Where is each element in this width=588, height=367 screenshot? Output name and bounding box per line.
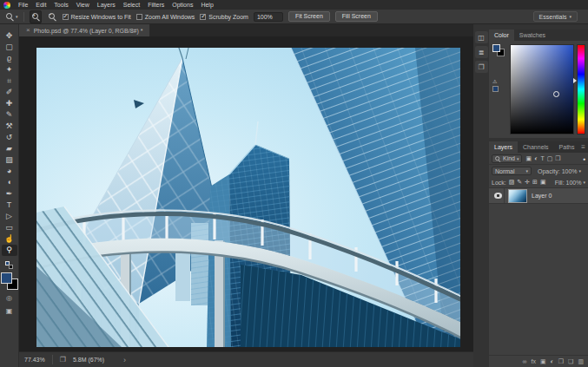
- lock-position-icon[interactable]: ✛: [525, 179, 530, 186]
- fill-control[interactable]: Fill: 100% ▾: [555, 180, 585, 186]
- filter-pin-icon[interactable]: ●: [583, 156, 585, 161]
- layer-thumbnail[interactable]: [508, 189, 527, 203]
- gamut-color-chip[interactable]: [492, 86, 499, 92]
- document-tab[interactable]: × Photo.psd @ 77.4% (Layer 0, RGB/8#) *: [19, 24, 150, 36]
- status-options-chevron[interactable]: ›: [123, 356, 126, 364]
- clone-stamp-tool[interactable]: ⚒: [2, 121, 17, 132]
- filter-shape-layers-icon[interactable]: ▢: [547, 155, 553, 162]
- filter-adjustment-layers-icon[interactable]: ◐: [534, 155, 538, 162]
- saturation-brightness-field[interactable]: [510, 44, 574, 134]
- gradient-tool[interactable]: ▨: [2, 154, 17, 166]
- blur-tool[interactable]: ◕: [2, 166, 17, 177]
- tab-paths[interactable]: Paths: [554, 141, 580, 153]
- tab-channels[interactable]: Channels: [518, 141, 554, 153]
- eyedropper-tool[interactable]: ✐: [2, 87, 17, 98]
- foreground-color-swatch[interactable]: [1, 272, 12, 284]
- color-panel-swatch-column: ⚠: [492, 44, 507, 134]
- layer-mask-icon[interactable]: ▣: [540, 356, 546, 367]
- zoom-percent-input[interactable]: 100%: [254, 12, 283, 22]
- quick-selection-tool[interactable]: ✦: [2, 64, 17, 75]
- pen-tool[interactable]: ✒: [2, 188, 17, 200]
- layers-empty-area: [489, 204, 588, 355]
- layer-visibility-toggle[interactable]: [492, 188, 505, 203]
- zoom-out-button[interactable]: −: [47, 11, 57, 23]
- type-tool[interactable]: T: [2, 200, 17, 211]
- status-zoom-input[interactable]: 77.43%: [24, 357, 45, 363]
- zoom-in-icon: +: [31, 12, 40, 21]
- lock-pixels-icon[interactable]: ✎: [517, 179, 522, 186]
- menu-help[interactable]: Help: [201, 0, 213, 10]
- menu-options[interactable]: Options: [172, 0, 193, 10]
- zoom-all-windows-checkbox[interactable]: Zoom All Windows: [136, 14, 195, 20]
- dodge-tool[interactable]: ◖: [2, 177, 17, 188]
- hand-tool[interactable]: ☝: [2, 233, 17, 245]
- delete-layer-icon[interactable]: ▥: [578, 356, 584, 367]
- link-layers-icon[interactable]: ∞: [523, 356, 527, 367]
- menu-edit[interactable]: Edit: [36, 0, 46, 10]
- chevron-down-icon: ▾: [525, 168, 528, 174]
- menu-filters[interactable]: Filters: [148, 0, 164, 10]
- lock-artboard-icon[interactable]: ⊞: [532, 179, 538, 186]
- layer-row-layer-0[interactable]: Layer 0: [489, 188, 588, 204]
- lock-all-icon[interactable]: ▣: [540, 179, 546, 186]
- photo-skyscrapers[interactable]: [36, 48, 460, 347]
- adjustments-panel-icon[interactable]: ≣: [475, 46, 488, 58]
- zoom-tool[interactable]: ⚲: [2, 245, 17, 256]
- color-picker-cursor[interactable]: [553, 91, 559, 97]
- tab-layers[interactable]: Layers: [489, 141, 518, 153]
- screen-mode-button[interactable]: ▣: [2, 305, 17, 316]
- foreground-background-swatches[interactable]: [1, 272, 18, 290]
- foreground-background-swatches[interactable]: [492, 44, 505, 56]
- document-size-info: 5.8M (67%): [73, 357, 104, 363]
- layer-effects-icon[interactable]: fx: [532, 356, 536, 367]
- scrubby-zoom-checkbox[interactable]: Scrubby Zoom: [200, 14, 248, 20]
- rectangular-marquee-tool[interactable]: ▢: [2, 42, 17, 53]
- blend-mode-row: Normal ▾ Opacity: 100% ▾: [489, 165, 588, 177]
- workspace-switcher[interactable]: Essentials ▾: [533, 11, 578, 22]
- default-colors-icon[interactable]: [5, 261, 13, 269]
- menu-tools[interactable]: Tools: [54, 0, 68, 10]
- tab-swatches[interactable]: Swatches: [514, 29, 551, 41]
- collapsed-panel-strip: ◫ ≣ ❐: [473, 29, 489, 367]
- resize-windows-checkbox[interactable]: Resize Windows to Fit: [63, 14, 131, 20]
- menu-select[interactable]: Select: [123, 0, 140, 10]
- menu-file[interactable]: File: [18, 0, 28, 10]
- panel-menu-icon[interactable]: ≡: [581, 141, 588, 153]
- adjustment-layer-icon[interactable]: ◐: [551, 356, 554, 367]
- healing-brush-tool[interactable]: ✚: [2, 98, 17, 109]
- blend-mode-select[interactable]: Normal ▾: [492, 167, 532, 175]
- path-selection-tool[interactable]: ▷: [2, 211, 17, 222]
- filter-smart-objects-icon[interactable]: ❒: [555, 155, 560, 162]
- gamut-warning-icon[interactable]: ⚠: [492, 79, 497, 85]
- opacity-control[interactable]: Opacity: 100% ▾: [538, 168, 581, 174]
- canvas[interactable]: [19, 36, 473, 351]
- fill-screen-button[interactable]: Fill Screen: [335, 11, 378, 22]
- brush-tool[interactable]: ✎: [2, 109, 17, 121]
- new-layer-icon[interactable]: ❏: [568, 356, 573, 367]
- zoom-in-button[interactable]: +: [30, 10, 42, 23]
- history-brush-tool[interactable]: ↺: [2, 132, 17, 143]
- kind-filter-select[interactable]: Kind ▾: [492, 154, 522, 163]
- crop-tool[interactable]: ⌗: [2, 75, 17, 87]
- layer-group-icon[interactable]: ❒: [558, 356, 564, 367]
- lock-transparency-icon[interactable]: ▨: [509, 179, 515, 186]
- lasso-tool[interactable]: ϱ: [2, 53, 17, 64]
- hue-ramp[interactable]: [577, 44, 585, 134]
- menu-layers[interactable]: Layers: [97, 0, 116, 10]
- menu-view[interactable]: View: [76, 0, 89, 10]
- tab-color[interactable]: Color: [489, 29, 514, 41]
- fit-screen-button[interactable]: Fit Screen: [288, 11, 330, 22]
- move-tool[interactable]: ✥: [2, 30, 17, 42]
- close-icon[interactable]: ×: [26, 24, 30, 36]
- eraser-tool[interactable]: ▰: [2, 143, 17, 154]
- hue-slider-arrow[interactable]: [573, 78, 577, 83]
- chevron-down-icon: ▾: [583, 180, 585, 185]
- libraries-panel-icon[interactable]: ❐: [475, 61, 488, 73]
- properties-panel-icon[interactable]: ◫: [475, 31, 488, 43]
- chevron-down-icon: ▾: [517, 156, 519, 161]
- filter-pixel-layers-icon[interactable]: ▣: [526, 155, 532, 162]
- rectangle-tool[interactable]: ▭: [2, 222, 17, 233]
- quick-mask-button[interactable]: ◎: [2, 292, 17, 303]
- tool-preset-picker[interactable]: ▾: [5, 12, 18, 21]
- filter-type-layers-icon[interactable]: T: [540, 155, 544, 162]
